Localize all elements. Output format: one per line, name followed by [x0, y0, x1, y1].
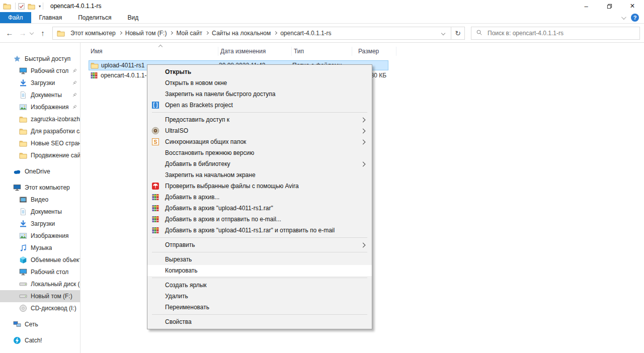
breadcrumb-item[interactable]: Этот компьютер: [67, 30, 119, 37]
menu-item-label: Добавить в архив...: [165, 194, 219, 201]
pin-icon: [71, 68, 77, 74]
sidebar-item[interactable]: Изображения: [0, 230, 80, 242]
app-folder-icon: [3, 2, 11, 10]
refresh-button[interactable]: ↻: [451, 27, 465, 40]
address-bar[interactable]: Этот компьютерНовый том (F:)Мой сайтСайт…: [52, 27, 451, 40]
sidebar-item[interactable]: Рабочий стол: [0, 65, 80, 77]
sidebar-item[interactable]: Музыка: [0, 242, 80, 254]
tab-view[interactable]: Вид: [119, 12, 146, 23]
column-header[interactable]: Размер: [352, 47, 396, 56]
sidebar-item[interactable]: Новые SEO страни: [0, 137, 80, 149]
sidebar-item[interactable]: Загрузки: [0, 218, 80, 230]
ribbon-collapse-icon[interactable]: [621, 15, 626, 20]
menu-item[interactable]: Добавить в архив...: [147, 192, 372, 203]
menu-item[interactable]: Закрепить на начальном экране: [147, 169, 372, 181]
menu-item[interactable]: Проверить выбранные файлы с помощью Avir…: [147, 181, 372, 192]
menu-item[interactable]: Копировать: [147, 265, 372, 276]
back-button[interactable]: ←: [3, 27, 16, 40]
sidebar-item-label: Быстрый доступ: [25, 55, 70, 62]
history-dropdown-icon[interactable]: [30, 30, 34, 34]
brackets-icon: [151, 101, 159, 109]
sidebar-item-label: Загрузки: [31, 220, 55, 227]
sidebar-item[interactable]: Локальный диск (C:): [0, 278, 80, 290]
close-button[interactable]: ×: [621, 0, 644, 12]
sidebar-item[interactable]: Объемные объекты: [0, 254, 80, 266]
new-folder-icon[interactable]: [28, 3, 35, 10]
column-header[interactable]: Тип: [292, 47, 352, 56]
sidebar-item[interactable]: Документы: [0, 89, 80, 101]
minimize-button[interactable]: –: [575, 0, 598, 12]
sidebar-item[interactable]: Видео: [0, 194, 80, 206]
sidebar-item[interactable]: Сеть: [0, 318, 80, 330]
catch-icon: [13, 336, 21, 344]
tab-home[interactable]: Главная: [31, 12, 70, 23]
tab-share[interactable]: Поделиться: [70, 12, 119, 23]
winrar-icon: [151, 226, 159, 234]
drive-icon: [19, 280, 27, 288]
menu-item[interactable]: Открыть в новом окне: [147, 77, 372, 89]
forward-button[interactable]: →: [16, 27, 29, 40]
properties-check-icon[interactable]: [18, 3, 25, 10]
maximize-button[interactable]: [598, 0, 621, 12]
menu-item[interactable]: Добавить в архив "upload-4011-rs1.rar": [147, 203, 372, 214]
column-headers: ИмяДата измененияТипРазмер: [89, 45, 644, 57]
sidebar-item[interactable]: Изображения: [0, 101, 80, 113]
menu-item-label: UltraISO: [165, 127, 188, 134]
sidebar-item-label: CD-дисковод (I:): [31, 305, 76, 312]
menu-item[interactable]: Переименовать: [147, 302, 372, 313]
menu-item-label: Предоставить доступ к: [165, 116, 229, 123]
breadcrumb-item[interactable]: opencart-4.0.1.1-rs: [277, 30, 335, 37]
search-box[interactable]: [471, 27, 640, 40]
menu-item[interactable]: Свойства: [147, 316, 372, 327]
menu-item[interactable]: Восстановить прежнюю версию: [147, 147, 372, 158]
menu-item[interactable]: Удалить: [147, 291, 372, 302]
desktop-icon: [19, 268, 27, 276]
svg-text:S: S: [153, 139, 157, 145]
qat-dropdown-icon[interactable]: ▾: [39, 4, 41, 9]
sidebar-item[interactable]: Быстрый доступ: [0, 53, 80, 65]
icon-spacer: [151, 160, 159, 168]
menu-item[interactable]: Предоставить доступ к: [147, 114, 372, 125]
sidebar-item[interactable]: Этот компьютер: [0, 182, 80, 194]
menu-item[interactable]: Открыть: [147, 66, 372, 77]
sidebar-item-label: Локальный диск (C:): [31, 281, 80, 288]
sidebar-item[interactable]: OneDrive: [0, 165, 80, 178]
menu-item[interactable]: Отправить: [147, 239, 372, 250]
sidebar-item[interactable]: Продвижение сайт: [0, 149, 80, 161]
breadcrumb-item[interactable]: Сайты на локальном: [208, 30, 274, 37]
breadcrumb-item[interactable]: Новый том (F:): [122, 30, 171, 37]
column-header[interactable]: Дата изменения: [218, 47, 292, 56]
submenu-arrow-icon: [361, 139, 366, 144]
desktop-icon: [19, 67, 27, 75]
sidebar-item[interactable]: Рабочий стол: [0, 266, 80, 278]
sidebar-item-label: Загрузки: [31, 79, 55, 86]
sidebar-item[interactable]: Для разработки са: [0, 125, 80, 137]
menu-item[interactable]: Добавить в библиотеку: [147, 158, 372, 169]
sidebar-item[interactable]: CD-дисковод (I:): [0, 302, 80, 314]
menu-item[interactable]: SСинхронизация общих папок: [147, 136, 372, 147]
sidebar-item-label: Изображения: [31, 104, 68, 111]
menu-item[interactable]: Создать ярлык: [147, 280, 372, 291]
help-icon[interactable]: ?: [631, 14, 639, 22]
menu-item[interactable]: UltraISO: [147, 125, 372, 136]
sidebar-item[interactable]: Документы: [0, 206, 80, 218]
up-button[interactable]: ↑: [36, 27, 49, 40]
menu-item[interactable]: Добавить в архив и отправить по e-mail..…: [147, 214, 372, 225]
sidebar-item[interactable]: Загрузки: [0, 77, 80, 89]
sidebar-item[interactable]: Catch!: [0, 334, 80, 346]
menu-item[interactable]: Вырезать: [147, 254, 372, 265]
address-dropdown-icon[interactable]: [441, 31, 445, 35]
computer-icon: [13, 184, 21, 192]
menu-item[interactable]: Добавить в архив "upload-4011-rs1.rar" и…: [147, 225, 372, 236]
menu-item[interactable]: Закрепить на панели быстрого доступа: [147, 89, 372, 100]
tab-file[interactable]: Файл: [0, 12, 31, 23]
column-header[interactable]: Имя: [89, 47, 218, 56]
sidebar-item[interactable]: zagruzka-izobrazhen: [0, 113, 80, 125]
downloads-icon: [19, 220, 27, 228]
folder-icon: [19, 139, 27, 147]
breadcrumb-item[interactable]: Мой сайт: [173, 30, 206, 37]
sidebar-item[interactable]: Новый том (F:): [0, 290, 80, 302]
sidebar-item-label: Продвижение сайт: [31, 152, 80, 159]
menu-item[interactable]: Open as Brackets project: [147, 100, 372, 111]
search-input[interactable]: [487, 29, 635, 37]
